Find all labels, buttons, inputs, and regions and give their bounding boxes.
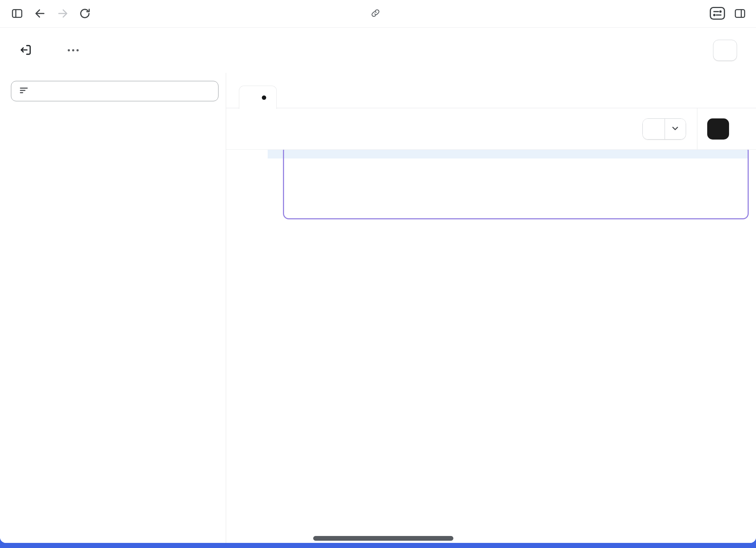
- browser-chrome: [0, 0, 756, 28]
- address-bar[interactable]: [370, 0, 386, 28]
- file-sidebar: [0, 73, 226, 543]
- filter-icon: [19, 85, 29, 97]
- format-liquid-split-button: [642, 118, 686, 140]
- unsaved-changes-dot: [262, 95, 266, 100]
- save-button[interactable]: [707, 118, 729, 140]
- toggle-sidebar-button[interactable]: [10, 7, 24, 21]
- link-icon: [370, 8, 381, 20]
- format-liquid-button[interactable]: [643, 119, 665, 139]
- format-options-button[interactable]: [665, 119, 686, 139]
- tab-theme-liquid[interactable]: [239, 86, 277, 109]
- current-line-highlight: [268, 150, 748, 158]
- panel-right-icon: [733, 7, 747, 21]
- forward-button[interactable]: [56, 7, 69, 21]
- back-arrow-icon: [34, 7, 47, 21]
- horizontal-scrollbar-thumb[interactable]: [313, 536, 453, 541]
- inserted-code-annotation-box: [283, 150, 749, 219]
- toggle-right-panel-button[interactable]: [733, 7, 747, 21]
- chevron-down-icon: [670, 124, 680, 134]
- more-options-button[interactable]: [64, 46, 82, 55]
- editor-panel: [226, 73, 756, 543]
- preview-store-button[interactable]: [713, 40, 737, 61]
- exit-icon: [19, 43, 33, 58]
- tab-bar: [226, 73, 756, 108]
- panel-left-icon: [10, 7, 24, 21]
- code-editor-viewport[interactable]: [226, 150, 756, 543]
- sliders-icon: [709, 7, 725, 21]
- forward-arrow-icon: [56, 7, 69, 21]
- exit-editor-button[interactable]: [19, 43, 33, 58]
- reload-button[interactable]: [79, 7, 91, 21]
- file-search-input[interactable]: [35, 85, 192, 97]
- version-info-bar: [226, 108, 756, 150]
- file-search-box[interactable]: [11, 81, 218, 101]
- back-button[interactable]: [34, 7, 47, 21]
- ellipsis-icon: [68, 49, 70, 51]
- reload-icon: [79, 7, 91, 21]
- browser-window: [0, 0, 756, 543]
- extensions-button[interactable]: [709, 7, 725, 21]
- app-header: [0, 28, 756, 73]
